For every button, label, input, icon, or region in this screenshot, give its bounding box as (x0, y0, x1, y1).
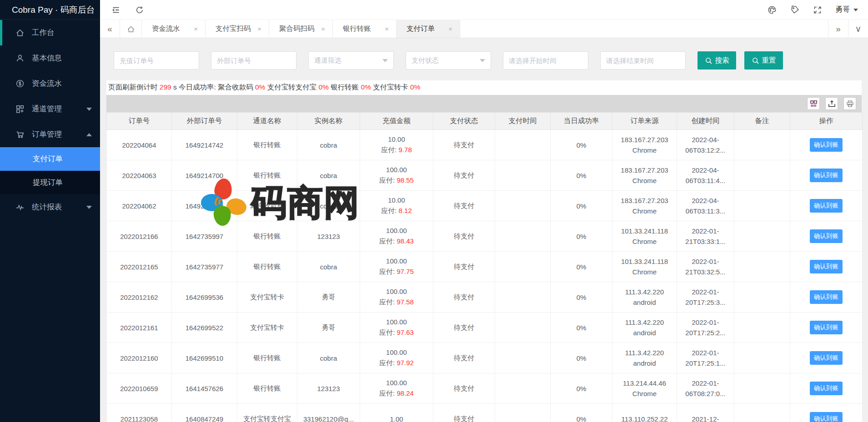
close-icon[interactable]: × (321, 25, 325, 33)
tabs-scroll-left-button[interactable]: « (100, 20, 120, 38)
created-time-cell: 2022-01-21T03:33:1... (677, 221, 734, 252)
sidebar-item-fund-flow[interactable]: 资金流水 (0, 71, 100, 96)
channel-filter-select[interactable]: 通道筛选 (308, 51, 394, 70)
orders-table: 订单号外部订单号通道名称实例名称充值金额支付状态支付时间当日成功率订单来源创建时… (106, 112, 863, 422)
tab-label: 资金流水 (152, 24, 180, 34)
confirm-receipt-button[interactable]: 确认到账 (810, 321, 843, 334)
chevron-down-icon (86, 206, 92, 209)
filter-columns-button[interactable] (807, 97, 820, 110)
refresh-icon[interactable] (135, 5, 145, 15)
sidebar-item-pay-orders[interactable]: 支付订单 (0, 147, 100, 171)
tab-label: 支付订单 (406, 24, 435, 34)
pay-status-cell: 待支付 (433, 313, 495, 343)
print-button[interactable] (843, 97, 856, 110)
external-order-input[interactable] (211, 51, 296, 70)
pay-status-select[interactable]: 支付状态 (406, 51, 491, 70)
orders-tbody: 2022040641649214742银行转账cobra10.00应付: 9.7… (107, 130, 863, 422)
user-menu[interactable]: 勇哥 (835, 5, 858, 15)
amount-cell: 100.00应付: 97.92 (360, 343, 433, 373)
confirm-receipt-button[interactable]: 确认到账 (810, 138, 843, 152)
main-area: 勇哥 « 资金流水× 支付宝扫码× 聚合码扫码× 银行转账× (100, 0, 868, 422)
sidebar-item-basic-info[interactable]: 基本信息 (0, 45, 100, 71)
amount-cell: 1.00 (360, 404, 433, 422)
start-time-input[interactable] (503, 51, 588, 70)
confirm-receipt-button[interactable]: 确认到账 (810, 169, 843, 182)
instance-name-cell: 123123 (297, 373, 360, 404)
table-row: 20220121651642735977银行转账cobra100.00应付: 9… (107, 252, 863, 282)
confirm-receipt-button[interactable]: 确认到账 (810, 351, 843, 365)
confirm-receipt-button[interactable]: 确认到账 (810, 199, 843, 213)
instance-name-cell: 123123 (297, 221, 360, 252)
sidebar-item-channel-mgmt[interactable]: 通道管理 (0, 96, 100, 122)
order-number-cell: 2022012160 (107, 343, 172, 373)
sidebar-item-label: 统计报表 (32, 202, 62, 212)
theme-palette-icon[interactable] (767, 5, 777, 15)
fullscreen-icon[interactable] (813, 5, 823, 15)
sidebar-item-stats-report[interactable]: 统计报表 (0, 194, 100, 220)
external-order-cell: 1642699510 (172, 343, 237, 373)
close-icon[interactable]: × (385, 25, 389, 33)
created-time-cell: 2022-01-20T17:25:1... (677, 343, 734, 373)
table-row: 2022040631649214700银行转账cobra100.00应付: 98… (107, 160, 863, 191)
tag-icon[interactable] (790, 5, 800, 15)
table-row: 20211230581640847249支付宝转支付宝331962120@q..… (107, 404, 863, 422)
instance-name-cell: 勇哥 (297, 313, 360, 343)
channel-name-cell: 银行转账 (237, 160, 297, 191)
end-time-input[interactable] (600, 51, 686, 70)
sidebar-item-order-mgmt[interactable]: 订单管理 (0, 122, 100, 147)
created-time-cell: 2022-04-06T03:11:3... (677, 191, 734, 221)
close-icon[interactable]: × (448, 25, 452, 33)
channel-name-cell: 支付宝转支付宝 (237, 404, 297, 422)
money-icon (15, 79, 25, 88)
pay-time-cell (495, 373, 551, 404)
confirm-receipt-button[interactable]: 确认到账 (810, 260, 843, 273)
close-icon[interactable]: × (194, 25, 198, 33)
column-header: 创建时间 (677, 113, 734, 130)
tab-pay-orders[interactable]: 支付订单× (396, 20, 460, 38)
column-header: 支付时间 (495, 113, 551, 130)
success-rate-cell: 0% (551, 191, 612, 221)
table-row: 20220121601642699510银行转账cobra100.00应付: 9… (107, 343, 863, 373)
header-actions: 勇哥 (767, 5, 868, 15)
order-number-input[interactable] (114, 51, 199, 70)
sidebar-fold-icon[interactable] (111, 5, 121, 15)
tab-label: 支付宝扫码 (216, 24, 251, 34)
sidebar-item-label: 工作台 (32, 28, 55, 38)
order-source-cell: 111.3.42.220android (612, 313, 677, 343)
confirm-receipt-button[interactable]: 确认到账 (810, 382, 843, 395)
remark-cell (734, 282, 790, 313)
pay-time-cell (495, 191, 551, 221)
order-source-cell: 113.214.44.46Chrome (612, 373, 677, 404)
channel-name-cell: 银行转账 (237, 373, 297, 404)
confirm-receipt-button[interactable]: 确认到账 (810, 290, 843, 304)
channel-name-cell: 银行转账 (237, 252, 297, 282)
search-button[interactable]: 搜索 (697, 51, 736, 70)
tab-aggregate-scan[interactable]: 聚合码扫码× (269, 20, 333, 38)
reset-button[interactable]: 重置 (744, 51, 783, 70)
app-logo: Cobra Pay · 码商后台 (0, 0, 100, 20)
tabs-scroll-right-button[interactable]: » (828, 20, 848, 38)
confirm-receipt-button[interactable]: 确认到账 (810, 229, 843, 243)
tab-fund-flow[interactable]: 资金流水× (142, 20, 206, 38)
remark-cell (734, 373, 790, 404)
export-icon (828, 100, 836, 108)
tab-alipay-scan[interactable]: 支付宝扫码× (206, 20, 269, 38)
tab-bank-transfer[interactable]: 银行转账× (333, 20, 396, 38)
status-value: 0% (319, 83, 329, 91)
column-header: 操作 (790, 113, 863, 130)
column-header: 支付状态 (433, 113, 495, 130)
external-order-cell: 1649214692 (172, 191, 237, 221)
tab-home[interactable] (120, 20, 142, 38)
printer-icon (846, 100, 854, 108)
action-cell: 确认到账 (790, 191, 863, 221)
confirm-receipt-button[interactable]: 确认到账 (810, 412, 843, 422)
success-rate-cell: 0% (551, 130, 612, 160)
amount-cell: 100.00应付: 98.24 (360, 373, 433, 404)
close-icon[interactable]: × (257, 25, 261, 33)
tabs-menu-button[interactable]: ∨ (848, 20, 868, 38)
sidebar-item-workbench[interactable]: 工作台 (0, 20, 100, 45)
action-cell: 确认到账 (790, 252, 863, 282)
export-button[interactable] (825, 97, 838, 110)
status-value: 0% (255, 83, 265, 91)
sidebar-item-withdraw-orders[interactable]: 提现订单 (0, 171, 100, 194)
